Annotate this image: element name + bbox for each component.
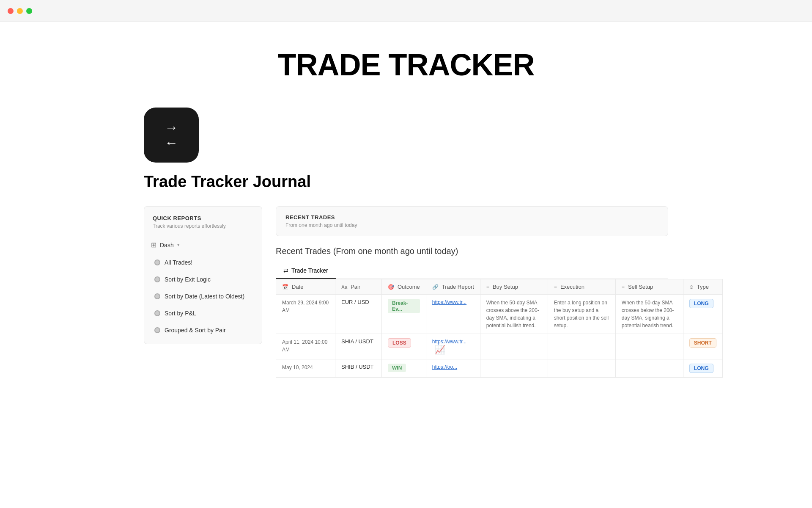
dot-icon	[154, 293, 160, 299]
dot-icon	[154, 276, 160, 282]
arrow-right-icon: →	[165, 121, 178, 134]
recent-trades-card-title: RECENT TRADES	[285, 214, 658, 221]
chart-icon: 📈	[435, 345, 445, 354]
cell-report-2[interactable]: https://www.tr... 📈	[426, 334, 480, 359]
col-header-report: 🔗 Trade Report	[426, 279, 480, 295]
report-link-1[interactable]: https://www.tr...	[432, 299, 466, 305]
col-header-execution: ≡ Execution	[548, 279, 615, 295]
chevron-down-icon: ▾	[177, 242, 180, 248]
sidebar: QUICK REPORTS Track various reports effo…	[144, 206, 262, 344]
recent-trades-card-sub: From one month ago until today	[285, 222, 658, 228]
grid-icon: ⊞	[151, 241, 156, 249]
view-toggle-label: Dash	[160, 242, 174, 248]
link-icon: 🔗	[432, 284, 439, 290]
section-heading: Recent Trades (From one month ago until …	[276, 246, 668, 256]
cell-pair-1: EUR / USD	[335, 295, 382, 334]
sidebar-nav: ⊞ Dash ▾ All Trades! Sort by Exit Logic …	[144, 234, 262, 344]
table-row: April 11, 2024 10:00 AM SHIA / USDT LOSS…	[276, 334, 723, 359]
list3-icon: ≡	[622, 284, 625, 290]
table-row: March 29, 2024 9:00 AM EUR / USD Break-E…	[276, 295, 723, 334]
cell-buy-setup-2	[480, 334, 548, 359]
outcome-icon: 🎯	[388, 284, 394, 290]
cell-report-3[interactable]: https://oo...	[426, 359, 480, 378]
sidebar-item-sort-pnl[interactable]: Sort by P&L	[148, 306, 258, 321]
cell-pair-2: SHIA / USDT	[335, 334, 382, 359]
cell-execution-3	[548, 359, 615, 378]
outcome-badge-2: LOSS	[388, 338, 411, 348]
col-header-outcome: 🎯 Outcome	[382, 279, 426, 295]
col-header-pair: Aa Pair	[335, 279, 382, 295]
table-header-row: 📅 Date Aa Pair 🎯	[276, 279, 723, 295]
sidebar-item-label: Sort by P&L	[165, 310, 196, 317]
cell-sell-setup-3	[615, 359, 683, 378]
cell-date-2: April 11, 2024 10:00 AM	[276, 334, 335, 359]
dot-icon	[154, 327, 160, 333]
dot-icon	[154, 260, 160, 265]
recent-trades-card: RECENT TRADES From one month ago until t…	[276, 206, 668, 236]
tab-trade-tracker[interactable]: ⇄ Trade Tracker	[276, 263, 336, 279]
view-toggle[interactable]: ⊞ Dash ▾	[144, 237, 262, 254]
sidebar-item-all-trades[interactable]: All Trades!	[148, 255, 258, 270]
quick-reports-header: QUICK REPORTS Track various reports effo…	[144, 206, 262, 234]
col-header-date: 📅 Date	[276, 279, 335, 295]
close-button[interactable]	[8, 8, 14, 14]
report-link-3[interactable]: https://oo...	[432, 364, 457, 370]
dot-icon	[154, 310, 160, 316]
minimize-button[interactable]	[17, 8, 23, 14]
type-badge-1: LONG	[689, 299, 713, 308]
aa-icon: Aa	[341, 284, 347, 290]
sidebar-item-label: Sort by Exit Logic	[165, 276, 211, 283]
col-header-type: ⊙ Type	[683, 279, 722, 295]
page-title: Trade Tracker Journal	[144, 173, 668, 191]
arrow-left-icon: ←	[165, 136, 178, 149]
col-header-buy-setup: ≡ Buy Setup	[480, 279, 548, 295]
cell-outcome-2: LOSS	[382, 334, 426, 359]
sidebar-item-label: Sort by Date (Latest to Oldest)	[165, 293, 244, 300]
sidebar-item-label: Grouped & Sort by Pair	[165, 327, 226, 334]
col-header-sell-setup: ≡ Sell Setup	[615, 279, 683, 295]
type-badge-3: LONG	[689, 364, 713, 373]
app-icon: → ←	[144, 108, 199, 163]
cell-type-2: SHORT	[683, 334, 722, 359]
cell-execution-2	[548, 334, 615, 359]
table-tabs: ⇄ Trade Tracker	[276, 263, 668, 279]
cell-type-1: LONG	[683, 295, 722, 334]
content-area: QUICK REPORTS Track various reports effo…	[144, 206, 668, 378]
cell-sell-setup-2	[615, 334, 683, 359]
cell-execution-1: Enter a long position on the buy setup a…	[548, 295, 615, 334]
cell-type-3: LONG	[683, 359, 722, 378]
cell-date-3: May 10, 2024	[276, 359, 335, 378]
cell-report-1[interactable]: https://www.tr...	[426, 295, 480, 334]
page: TRADE TRACKER → ← Trade Tracker Journal …	[110, 22, 702, 411]
main-title: TRADE TRACKER	[144, 47, 668, 82]
sidebar-item-grouped-pair[interactable]: Grouped & Sort by Pair	[148, 323, 258, 338]
outcome-badge-3: WIN	[388, 364, 406, 372]
cell-buy-setup-1: When the 50-day SMA crosses above the 20…	[480, 295, 548, 334]
outcome-badge-1: Break-Ev...	[388, 299, 420, 313]
sidebar-item-label: All Trades!	[165, 259, 192, 266]
list-icon: ≡	[486, 284, 489, 290]
maximize-button[interactable]	[26, 8, 32, 14]
cell-outcome-1: Break-Ev...	[382, 295, 426, 334]
date-icon: 📅	[282, 284, 288, 290]
report-link-2[interactable]: https://www.tr...	[432, 339, 466, 345]
quick-reports-title: QUICK REPORTS	[153, 215, 253, 221]
sidebar-item-sort-exit-logic[interactable]: Sort by Exit Logic	[148, 272, 258, 287]
table-row: May 10, 2024 SHIB / USDT WIN https://oo.…	[276, 359, 723, 378]
cell-outcome-3: WIN	[382, 359, 426, 378]
sidebar-item-sort-date[interactable]: Sort by Date (Latest to Oldest)	[148, 289, 258, 304]
main-content: RECENT TRADES From one month ago until t…	[276, 206, 668, 378]
cell-sell-setup-1: When the 50-day SMA crosses below the 20…	[615, 295, 683, 334]
swap-icon: ⇄	[283, 267, 288, 274]
circle-icon: ⊙	[689, 284, 694, 290]
quick-reports-sub: Track various reports effortlessly.	[153, 223, 253, 229]
tab-label: Trade Tracker	[291, 267, 328, 274]
cell-buy-setup-3	[480, 359, 548, 378]
cell-date-1: March 29, 2024 9:00 AM	[276, 295, 335, 334]
trade-table: 📅 Date Aa Pair 🎯	[276, 279, 723, 378]
type-badge-2: SHORT	[689, 338, 716, 348]
cell-pair-3: SHIB / USDT	[335, 359, 382, 378]
titlebar	[0, 0, 812, 22]
list2-icon: ≡	[554, 284, 557, 290]
